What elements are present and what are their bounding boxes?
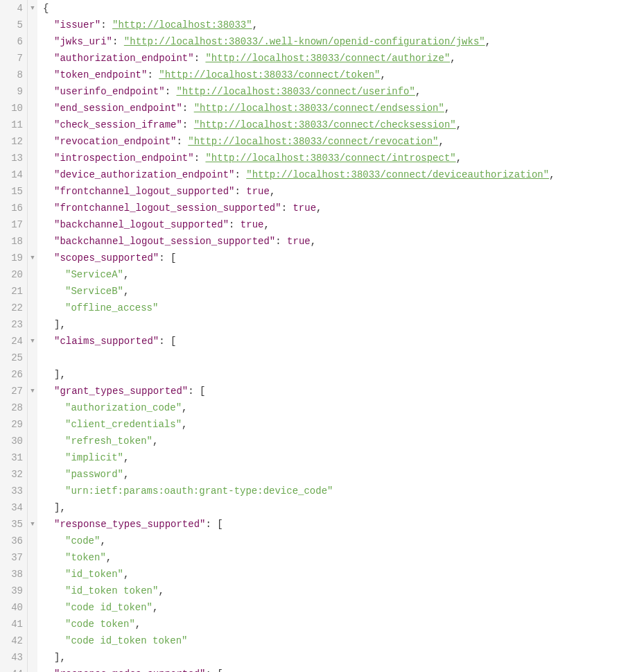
fold-marker <box>28 399 37 416</box>
code-line[interactable]: { <box>43 0 637 17</box>
code-line[interactable]: "implicit", <box>43 449 637 466</box>
code-line[interactable]: "ServiceB", <box>43 283 637 300</box>
code-line[interactable]: "end_session_endpoint": "http://localhos… <box>43 100 637 117</box>
code-line[interactable] <box>43 350 637 366</box>
line-number: 33 <box>0 483 23 499</box>
json-punct: , <box>152 436 158 447</box>
json-punct: , <box>456 153 462 164</box>
json-string: "id_token token" <box>65 585 158 596</box>
code-line[interactable]: "urn:ietf:params:oauth:grant-type:device… <box>43 483 637 499</box>
code-line[interactable]: "token_endpoint": "http://localhost:3803… <box>43 67 637 83</box>
fold-marker[interactable]: ▼ <box>28 0 37 17</box>
code-line[interactable]: "claims_supported": [ <box>43 333 637 350</box>
json-string: "token" <box>65 552 106 563</box>
code-line[interactable]: "client_credentials", <box>43 416 637 433</box>
code-line[interactable]: "grant_types_supported": [ <box>43 383 637 399</box>
code-line[interactable]: "code id_token", <box>43 599 637 616</box>
code-line[interactable]: "refresh_token", <box>43 433 637 449</box>
line-number: 17 <box>0 216 23 233</box>
json-url-string[interactable]: "http://localhost:38033/connect/authoriz… <box>205 53 450 64</box>
code-line[interactable]: "authorization_endpoint": "http://localh… <box>43 50 637 67</box>
json-url-string[interactable]: "http://localhost:38033/connect/introspe… <box>205 153 455 164</box>
line-number: 14 <box>0 166 23 183</box>
code-line[interactable]: ], <box>43 366 637 383</box>
code-line[interactable]: "code", <box>43 533 637 549</box>
json-url-string[interactable]: "http://localhost:38033" <box>112 19 252 31</box>
json-url-string[interactable]: "http://localhost:38033/connect/deviceau… <box>246 169 549 180</box>
code-editor[interactable]: 4567891011121314151617181920212223242526… <box>0 0 637 672</box>
code-line[interactable]: "ServiceA", <box>43 266 637 283</box>
json-key: "claims_supported" <box>54 336 159 347</box>
code-line[interactable]: "backchannel_logout_session_supported": … <box>43 233 637 250</box>
code-line[interactable]: "backchannel_logout_supported": true, <box>43 216 637 233</box>
code-line[interactable]: ], <box>43 649 637 666</box>
code-line[interactable]: "id_token", <box>43 566 637 583</box>
json-string: "ServiceA" <box>65 269 123 280</box>
json-punct: , <box>135 619 141 630</box>
code-line[interactable]: "revocation_endpoint": "http://localhost… <box>43 133 637 150</box>
code-line[interactable]: "offline_access" <box>43 300 637 316</box>
json-punct: , <box>182 419 187 430</box>
code-line[interactable]: "token", <box>43 549 637 566</box>
code-line[interactable]: "id_token token", <box>43 583 637 599</box>
code-line[interactable]: "frontchannel_logout_supported": true, <box>43 183 637 200</box>
json-punct: , <box>311 236 316 247</box>
json-string: "code" <box>65 535 100 546</box>
json-punct: , <box>182 402 187 413</box>
line-number: 8 <box>0 67 23 83</box>
line-number: 40 <box>0 599 23 616</box>
json-url-string[interactable]: "http://localhost:38033/connect/checkses… <box>194 119 456 130</box>
line-number: 38 <box>0 566 23 583</box>
fold-marker[interactable]: ▼ <box>28 383 37 399</box>
json-punct: : [ <box>205 669 222 672</box>
json-key: "device_authorization_endpoint" <box>54 169 234 180</box>
code-line[interactable]: ], <box>43 316 637 333</box>
fold-column[interactable]: ▼▼▼▼▼▼ <box>28 0 37 672</box>
json-key: "authorization_endpoint" <box>54 53 194 64</box>
line-number: 25 <box>0 350 23 366</box>
code-line[interactable]: "device_authorization_endpoint": "http:/… <box>43 166 637 183</box>
line-number: 28 <box>0 399 23 416</box>
code-line[interactable]: "response_modes_supported": [ <box>43 666 637 672</box>
line-number: 41 <box>0 616 23 632</box>
json-url-string[interactable]: "http://localhost:38033/connect/token" <box>159 69 380 80</box>
fold-marker[interactable]: ▼ <box>28 666 37 672</box>
code-line[interactable]: "password", <box>43 466 637 483</box>
json-punct: : <box>194 153 206 164</box>
code-line[interactable]: "response_types_supported": [ <box>43 516 637 533</box>
fold-marker[interactable]: ▼ <box>28 333 37 350</box>
code-line[interactable]: "userinfo_endpoint": "http://localhost:3… <box>43 83 637 100</box>
fold-marker[interactable]: ▼ <box>28 250 37 266</box>
json-url-string[interactable]: "http://localhost:38033/connect/revocati… <box>188 136 438 147</box>
code-line[interactable]: "issuer": "http://localhost:38033", <box>43 17 637 33</box>
json-punct: ], <box>54 319 66 330</box>
code-content[interactable]: {"issuer": "http://localhost:38033","jwk… <box>37 0 637 672</box>
code-line[interactable]: ], <box>43 499 637 516</box>
fold-marker[interactable]: ▼ <box>28 516 37 533</box>
json-punct: , <box>485 36 491 47</box>
json-punct: , <box>158 585 164 596</box>
line-number: 32 <box>0 466 23 483</box>
json-punct: : <box>176 136 188 147</box>
json-key: "response_modes_supported" <box>54 669 205 672</box>
code-line[interactable]: "check_session_iframe": "http://localhos… <box>43 117 637 133</box>
json-url-string[interactable]: "http://localhost:38033/connect/userinfo… <box>176 86 415 97</box>
json-punct: , <box>456 119 462 130</box>
json-url-string[interactable]: "http://localhost:38033/.well-known/open… <box>124 36 485 47</box>
json-url-string[interactable]: "http://localhost:38033/connect/endsessi… <box>194 103 444 114</box>
line-number: 19 <box>0 250 23 266</box>
code-line[interactable]: "code id_token token" <box>43 632 637 649</box>
code-line[interactable]: "scopes_supported": [ <box>43 250 637 266</box>
code-line[interactable]: "introspection_endpoint": "http://localh… <box>43 150 637 166</box>
line-number: 29 <box>0 416 23 433</box>
json-key: "revocation_endpoint" <box>54 136 176 147</box>
fold-marker <box>28 233 37 250</box>
code-line[interactable]: "code token", <box>43 616 637 632</box>
line-number: 37 <box>0 549 23 566</box>
line-number: 5 <box>0 17 23 33</box>
line-number: 7 <box>0 50 23 67</box>
line-number: 42 <box>0 632 23 649</box>
code-line[interactable]: "jwks_uri": "http://localhost:38033/.wel… <box>43 33 637 50</box>
code-line[interactable]: "authorization_code", <box>43 399 637 416</box>
code-line[interactable]: "frontchannel_logout_session_supported":… <box>43 200 637 216</box>
